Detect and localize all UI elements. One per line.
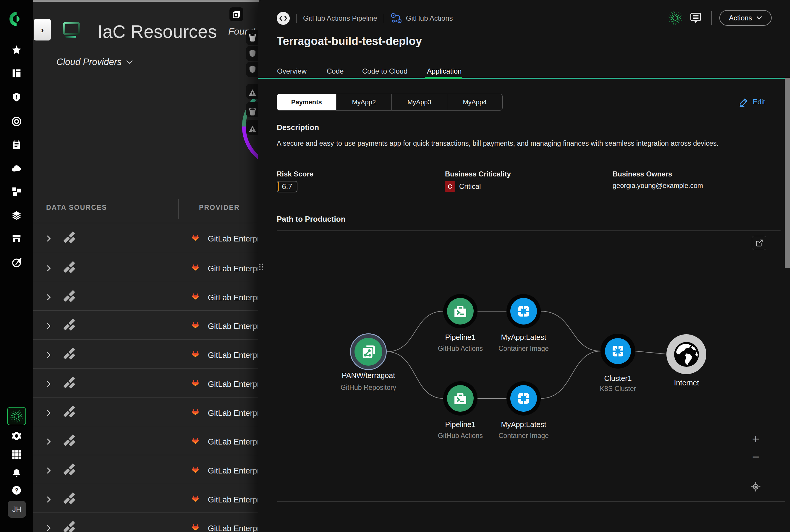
- svg-text:?: ?: [15, 487, 18, 494]
